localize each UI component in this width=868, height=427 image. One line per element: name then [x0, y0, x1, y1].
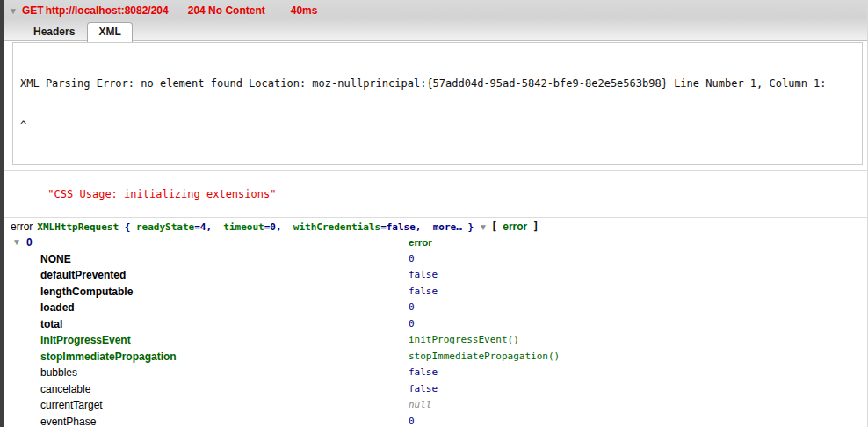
- property-value: initProgressEvent(): [409, 332, 519, 349]
- property-name: bubbles: [40, 365, 77, 381]
- net-tab-strip: Headers XML: [4, 21, 868, 41]
- property-value: error: [409, 235, 432, 251]
- console-content: ▼ GET http://localhost:8082/204 204 No C…: [4, 0, 868, 427]
- object-tree: ▼0errorNONE0defaultPreventedfalselengthC…: [4, 235, 868, 427]
- error-label: error: [11, 221, 33, 233]
- brace-open: {: [125, 221, 136, 233]
- property-name: total: [40, 316, 62, 333]
- more-label: more…: [433, 221, 468, 233]
- preview-prop-name: readyState: [136, 221, 194, 233]
- log-css-usage: "CSS Usage: initializing extensions": [4, 170, 868, 218]
- property-value: null: [409, 397, 432, 414]
- log-error-event-row[interactable]: error XMLHttpRequest { readyState=4, tim…: [4, 218, 868, 235]
- tree-row[interactable]: eventPhase0: [4, 414, 868, 427]
- tree-row[interactable]: initProgressEventinitProgressEvent(): [4, 332, 868, 349]
- tree-row[interactable]: NONE0: [4, 251, 868, 268]
- collapse-triangle-icon[interactable]: ▼: [6, 6, 20, 16]
- net-request-row[interactable]: ▼ GET http://localhost:8082/204 204 No C…: [4, 0, 868, 21]
- tab-headers[interactable]: Headers: [23, 23, 85, 41]
- xml-parse-error-text: XML Parsing Error: no element found Loca…: [20, 76, 855, 90]
- property-name: loaded: [40, 300, 75, 316]
- tree-row[interactable]: bubblesfalse: [4, 365, 868, 381]
- property-name: currentTarget: [40, 397, 103, 414]
- expand-triangle-icon[interactable]: ▼: [479, 222, 488, 232]
- xhr-object-preview[interactable]: XMLHttpRequest { readyState=4, timeout=0…: [37, 221, 474, 233]
- property-name: initProgressEvent: [40, 332, 131, 349]
- tree-row[interactable]: loaded0: [4, 300, 868, 316]
- property-name: eventPhase: [40, 414, 96, 427]
- devtools-console-panel: ▼ GET http://localhost:8082/204 204 No C…: [0, 0, 868, 427]
- net-entry-header: ▼ GET http://localhost:8082/204 204 No C…: [4, 0, 868, 41]
- tab-xml[interactable]: XML: [87, 22, 132, 42]
- property-value: false: [409, 365, 438, 381]
- property-value: 0: [409, 251, 415, 268]
- property-name: NONE: [40, 251, 71, 268]
- request-url[interactable]: http://localhost:8082/204: [46, 4, 169, 17]
- xml-tab-body: XML Parsing Error: no element found Loca…: [4, 41, 868, 170]
- property-name: lengthComputable: [40, 284, 133, 300]
- property-value: 0: [409, 316, 415, 333]
- property-name: stopImmediatePropagation: [40, 349, 177, 365]
- request-method: GET: [22, 4, 44, 17]
- tree-row[interactable]: stopImmediatePropagationstopImmediatePro…: [4, 349, 868, 365]
- response-status: 204 No Content: [188, 4, 265, 17]
- property-name: 0: [26, 235, 33, 251]
- preview-prop-value: =false,: [380, 221, 433, 233]
- preview-prop-name: withCredentials: [293, 221, 380, 233]
- tree-row[interactable]: lengthComputablefalse: [4, 284, 868, 300]
- tree-row[interactable]: defaultPreventedfalse: [4, 267, 868, 284]
- property-value: 0: [409, 414, 415, 427]
- property-value: false: [409, 284, 438, 300]
- brace-close: }: [467, 221, 474, 233]
- tree-row[interactable]: currentTargetnull: [4, 397, 868, 414]
- tree-row[interactable]: total0: [4, 316, 868, 333]
- response-time: 40ms: [291, 4, 318, 17]
- array-bracket-open: [: [491, 221, 497, 233]
- property-name: cancelable: [40, 381, 90, 398]
- xml-response-box: XML Parsing Error: no element found Loca…: [12, 42, 863, 165]
- xml-parse-error-caret: ^: [20, 119, 855, 133]
- property-value: false: [409, 267, 438, 284]
- property-name: defaultPrevented: [40, 267, 126, 284]
- collapse-triangle-icon[interactable]: ▼: [12, 235, 21, 251]
- property-value: false: [409, 381, 438, 398]
- xhr-class-name: XMLHttpRequest: [37, 221, 124, 233]
- preview-prop-name: timeout: [223, 221, 264, 233]
- css-usage-text: "CSS Usage: initializing extensions": [47, 188, 276, 200]
- tree-row[interactable]: ▼0error: [4, 235, 868, 251]
- panel-left-edge: [0, 0, 4, 427]
- preview-prop-value: =4,: [194, 221, 223, 233]
- property-value: 0: [409, 300, 415, 316]
- array-item-error[interactable]: error: [503, 221, 527, 233]
- tree-row[interactable]: cancelablefalse: [4, 381, 868, 398]
- preview-prop-value: =0,: [264, 221, 293, 233]
- array-bracket-close: ]: [532, 221, 539, 233]
- property-value: stopImmediatePropagation(): [409, 349, 560, 365]
